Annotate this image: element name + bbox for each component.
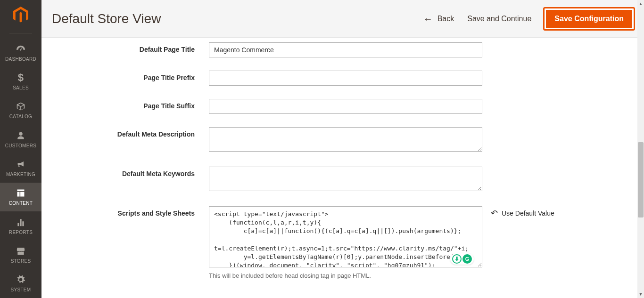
dollar-icon: $: [18, 72, 24, 83]
nav-label: CUSTOMERS: [5, 143, 36, 148]
box-icon: [16, 101, 25, 112]
label-page-title-prefix: Page Title Prefix: [56, 71, 209, 81]
sidebar: DASHBOARD $ SALES CATALOG CUSTOMERS MARK…: [0, 0, 41, 298]
nav-label: STORES: [11, 258, 31, 264]
header-actions: ← Back Save and Continue Save Configurat…: [423, 8, 634, 29]
header-bar: Default Store View ← Back Save and Conti…: [41, 0, 644, 38]
undo-icon: ↶: [491, 209, 498, 217]
sidebar-item-sales[interactable]: $ SALES: [0, 67, 41, 96]
label-default-page-title: Default Page Title: [56, 42, 209, 53]
scroll-down-icon[interactable]: ▼: [637, 290, 644, 298]
textarea-default-meta-keywords[interactable]: [209, 167, 482, 191]
scripts-note: This will be included before head closin…: [209, 272, 630, 279]
label-page-title-suffix: Page Title Suffix: [56, 99, 209, 110]
nav-label: DASHBOARD: [5, 56, 36, 62]
nav-label: CATALOG: [9, 114, 32, 119]
use-default-label: Use Default Value: [502, 209, 554, 217]
input-page-title-prefix[interactable]: [209, 71, 482, 86]
grammarly-status-icon: ⬇: [452, 254, 462, 264]
use-default-value-button[interactable]: ↶ Use Default Value: [482, 206, 554, 217]
person-icon: [17, 130, 25, 141]
back-label: Back: [438, 15, 454, 23]
row-default-page-title: Default Page Title: [56, 42, 630, 57]
save-and-continue-button[interactable]: Save and Continue: [467, 15, 531, 23]
row-page-title-suffix: Page Title Suffix: [56, 99, 630, 114]
textarea-scripts-stylesheets[interactable]: [209, 206, 482, 267]
megaphone-icon: [16, 159, 26, 169]
sidebar-item-content[interactable]: CONTENT: [0, 183, 41, 211]
row-scripts-stylesheets: Scripts and Style Sheets ⬇ G ↶ Use Defau…: [56, 206, 630, 269]
nav-label: REPORTS: [9, 230, 33, 235]
row-default-meta-description: Default Meta Description: [56, 127, 630, 153]
page-title: Default Store View: [52, 11, 423, 26]
magento-logo[interactable]: [11, 6, 30, 24]
grammarly-widget[interactable]: ⬇ G: [450, 253, 474, 265]
nav-divider: [9, 33, 32, 33]
main-content: Default Store View ← Back Save and Conti…: [41, 0, 644, 298]
sidebar-item-marketing[interactable]: MARKETING: [0, 153, 41, 182]
sidebar-item-stores[interactable]: STORES: [0, 240, 41, 269]
save-configuration-button[interactable]: Save Configuration: [545, 8, 634, 29]
bars-icon: [16, 217, 25, 227]
sidebar-item-reports[interactable]: REPORTS: [0, 211, 41, 240]
sidebar-item-catalog[interactable]: CATALOG: [0, 96, 41, 125]
row-default-meta-keywords: Default Meta Keywords: [56, 167, 630, 193]
gauge-icon: [16, 44, 26, 54]
textarea-default-meta-description[interactable]: [209, 127, 482, 152]
scroll-up-icon[interactable]: ▲: [637, 0, 644, 8]
label-default-meta-description: Default Meta Description: [56, 127, 209, 138]
row-page-title-prefix: Page Title Prefix: [56, 71, 630, 86]
sidebar-item-dashboard[interactable]: DASHBOARD: [0, 38, 41, 67]
sidebar-item-system[interactable]: SYSTEM: [0, 269, 41, 298]
input-page-title-suffix[interactable]: [209, 99, 482, 114]
arrow-left-icon: ←: [423, 14, 433, 24]
store-icon: [16, 246, 26, 256]
layout-icon: [16, 188, 25, 198]
input-default-page-title[interactable]: [209, 42, 482, 57]
nav-label: SALES: [13, 85, 29, 90]
sidebar-item-customers[interactable]: CUSTOMERS: [0, 125, 41, 153]
form-body: Default Page Title Page Title Prefix Pag…: [41, 38, 644, 298]
label-scripts-stylesheets: Scripts and Style Sheets: [56, 206, 209, 217]
gear-icon: [16, 274, 25, 285]
nav-label: MARKETING: [6, 172, 35, 177]
scrollbar-thumb[interactable]: [638, 142, 644, 217]
grammarly-logo-icon: G: [462, 254, 472, 264]
nav-label: CONTENT: [9, 201, 33, 206]
label-default-meta-keywords: Default Meta Keywords: [56, 167, 209, 177]
back-button[interactable]: ← Back: [423, 14, 454, 24]
nav-label: SYSTEM: [11, 287, 31, 292]
scrollbar-track[interactable]: ▲ ▼: [637, 0, 644, 298]
